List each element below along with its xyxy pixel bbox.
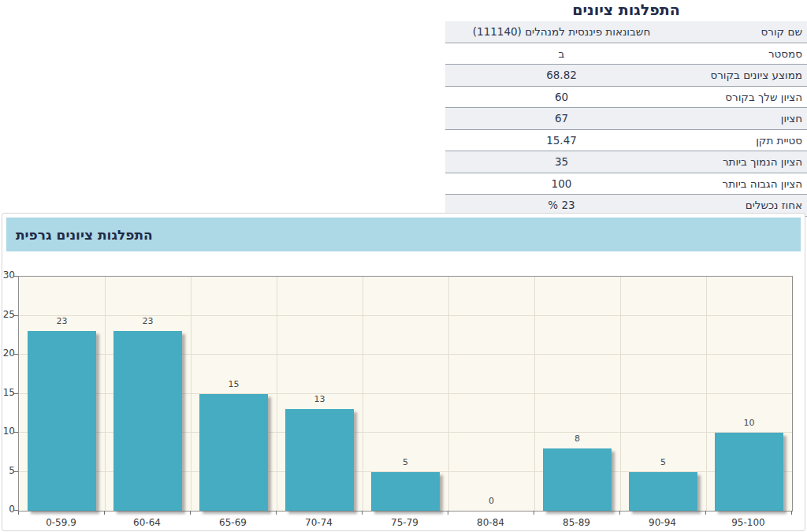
x-axis-category-label: 0-59.9 [18, 517, 104, 528]
x-axis-tick-mark [791, 511, 792, 515]
bar-60-64 [113, 331, 182, 511]
stat-value: 15.47 [445, 134, 678, 147]
x-axis-category-label: 90-94 [619, 517, 705, 528]
stat-label: הציון הגבוה ביותר [678, 177, 807, 190]
stat-label: סמסטר [678, 47, 807, 60]
y-axis-tick-mark [14, 471, 18, 472]
stat-value: 68.82 [445, 69, 678, 81]
stat-value: 23 % [445, 199, 678, 211]
x-axis-tick-mark [276, 511, 277, 515]
table-row: סמסטרב [445, 43, 807, 65]
stat-label: סטיית תקן [678, 134, 807, 147]
x-axis-tick-mark [190, 511, 191, 515]
chart-header-band: התפלגות ציונים גרפית [6, 218, 801, 251]
stat-value: 100 [445, 177, 678, 190]
grade-distribution-page: התפלגות ציונים שם קורסחשבונאות פיננסית ל… [0, 0, 807, 532]
stat-label: אחוז נכשלים [678, 199, 807, 211]
page-title: התפלגות ציונים [445, 1, 807, 18]
bar-value-label: 5 [363, 457, 448, 467]
chart-panel: התפלגות ציונים גרפית 23231513508510 0510… [2, 213, 805, 531]
bar-70-74 [285, 409, 354, 511]
stat-label: חציון [678, 112, 807, 125]
y-axis-tick-label: 25 [2, 309, 15, 320]
gridline-vertical [191, 277, 192, 511]
y-axis-tick-mark [14, 276, 18, 277]
table-row: שם קורסחשבונאות פיננסית למנהלים (111140) [445, 21, 807, 43]
x-axis-category-label: 75-79 [362, 517, 448, 528]
x-axis-category-label: 65-69 [190, 517, 276, 528]
gridline-vertical [363, 277, 363, 511]
bar-0-59.9 [28, 331, 96, 511]
x-axis-category-label: 85-89 [534, 517, 619, 528]
x-axis-tick-mark [534, 511, 534, 515]
stat-label: הציון הנמוך ביותר [678, 155, 807, 168]
bar-value-label: 15 [191, 379, 277, 389]
table-row: סטיית תקן15.47 [445, 130, 807, 152]
bar-65-69 [199, 394, 268, 512]
bar-85-89 [543, 448, 612, 511]
table-row: הציון שלך בקורס60 [445, 87, 807, 109]
table-row: הציון הגבוה ביותר100 [445, 173, 807, 195]
chart-title: התפלגות ציונים גרפית [16, 227, 153, 243]
x-axis-tick-mark [18, 511, 19, 515]
table-row: הציון הנמוך ביותר35 [445, 151, 807, 173]
grade-bar-chart: 23231513508510 0510152025300-59.960-6465… [2, 251, 805, 530]
stat-value: ב [445, 47, 678, 60]
y-axis-tick-label: 15 [2, 387, 15, 398]
y-axis-tick-label: 30 [2, 270, 15, 281]
gridline-vertical [534, 277, 535, 511]
stat-label: הציון שלך בקורס [678, 91, 807, 103]
stat-value: 67 [445, 112, 678, 125]
y-axis-tick-mark [14, 432, 18, 433]
bar-value-label: 23 [105, 316, 191, 326]
x-axis-category-label: 95-100 [705, 517, 791, 528]
table-row: חציון67 [445, 108, 807, 130]
x-axis-tick-mark [705, 511, 706, 515]
stat-label: ממוצע ציונים בקורס [678, 69, 807, 81]
table-row: ממוצע ציונים בקורס68.82 [445, 65, 807, 87]
bar-value-label: 13 [277, 394, 363, 404]
y-axis-tick-mark [14, 354, 18, 355]
stat-value: 60 [445, 91, 678, 103]
stat-label: שם קורס [678, 25, 807, 38]
gridline-vertical [105, 277, 106, 511]
bar-value-label: 10 [706, 418, 792, 428]
gridline-vertical [448, 277, 449, 511]
x-axis-tick-mark [362, 511, 363, 515]
x-axis-category-label: 70-74 [276, 517, 362, 528]
bar-95-100 [715, 433, 783, 511]
y-axis-tick-label: 10 [2, 426, 15, 437]
chart-plot-area: 23231513508510 [18, 276, 793, 512]
y-axis-tick-label: 20 [2, 348, 15, 359]
bar-value-label: 23 [19, 316, 105, 326]
bar-75-79 [371, 472, 440, 512]
stat-value: חשבונאות פיננסית למנהלים (111140) [445, 25, 678, 38]
x-axis-tick-mark [619, 511, 620, 515]
y-axis-tick-mark [14, 393, 18, 394]
gridline-vertical [620, 277, 621, 511]
bar-90-94 [629, 472, 697, 512]
bar-value-label: 5 [620, 457, 706, 467]
y-axis-tick-label: 0 [2, 504, 15, 515]
bar-value-label: 8 [534, 433, 620, 444]
y-axis-tick-mark [14, 315, 18, 316]
x-axis-tick-mark [104, 511, 105, 515]
bar-value-label: 0 [448, 496, 534, 506]
stat-value: 35 [445, 155, 678, 168]
stats-section: התפלגות ציונים שם קורסחשבונאות פיננסית ל… [445, 0, 807, 217]
stats-table: שם קורסחשבונאות פיננסית למנהלים (111140)… [445, 21, 807, 217]
x-axis-tick-mark [448, 511, 448, 515]
x-axis-category-label: 60-64 [104, 517, 190, 528]
gridline-vertical [706, 277, 707, 511]
y-axis-tick-label: 5 [2, 465, 15, 476]
x-axis-category-label: 80-84 [448, 517, 534, 528]
